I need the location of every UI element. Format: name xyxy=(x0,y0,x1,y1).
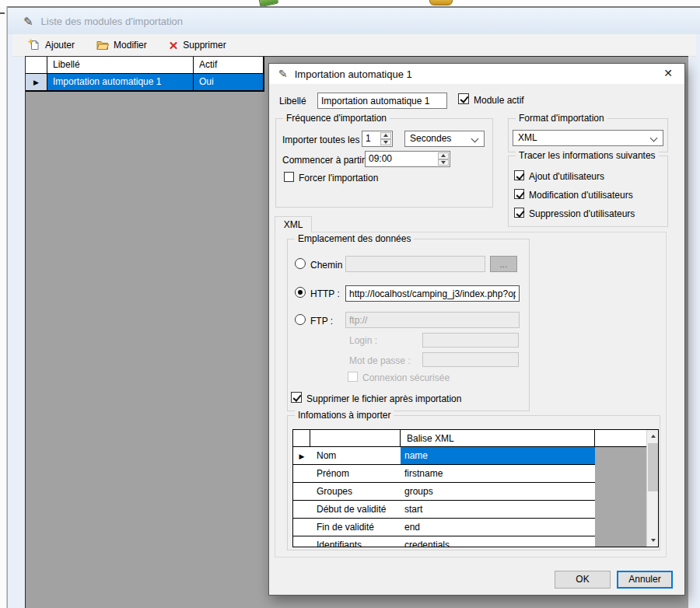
spin-down-icon[interactable] xyxy=(380,139,391,146)
mapping-grid: Balise XML ▶ Nom name Prénom firstname G… xyxy=(292,429,659,547)
libelle-input[interactable] xyxy=(317,93,447,109)
field-label-cell[interactable]: Identifiants xyxy=(310,536,401,547)
chemin-input xyxy=(345,256,485,272)
spin-up-icon[interactable] xyxy=(380,132,391,139)
cancel-button[interactable]: Annuler xyxy=(617,571,673,589)
format-group-title: Format d'importation xyxy=(516,113,607,124)
dialog-title: Importation automatique 1 xyxy=(295,68,412,80)
grid-row-identifiants[interactable]: Identifiants credentials xyxy=(293,536,648,547)
column-header-balise-xml[interactable]: Balise XML xyxy=(407,433,454,444)
column-header-libelle[interactable]: Libellé xyxy=(47,57,194,74)
dialog-titlebar[interactable]: ✎ Importation automatique 1 xyxy=(269,64,684,84)
xml-tag-cell[interactable]: start xyxy=(401,501,595,519)
start-time-picker[interactable]: 09:00 xyxy=(365,151,450,167)
row-selector-cell[interactable] xyxy=(293,483,310,501)
trace-add-label: Ajout d'utilisateurs xyxy=(529,171,604,182)
field-label-cell[interactable]: Groupes xyxy=(310,483,401,501)
module-actif-checkbox[interactable] xyxy=(458,93,469,104)
xml-tag-cell[interactable]: name xyxy=(401,447,595,465)
xml-tag-cell[interactable]: firstname xyxy=(401,465,595,483)
background-window-dash xyxy=(0,12,5,14)
grid-row-debut-validite[interactable]: Début de validité start xyxy=(293,501,648,519)
interval-spinner[interactable] xyxy=(380,132,391,145)
scroll-down-icon[interactable] xyxy=(647,534,659,547)
start-time-spinner[interactable] xyxy=(438,152,449,166)
format-select[interactable]: XML xyxy=(513,130,663,146)
ftp-url-input xyxy=(345,312,520,328)
delete-module-label: Supprimer xyxy=(183,40,226,51)
current-row-marker-icon: ▶ xyxy=(33,79,39,86)
ok-button[interactable]: OK xyxy=(555,571,611,589)
table-row[interactable]: ▶ Importation automatique 1 Oui xyxy=(26,74,264,91)
secure-connection-label: Connexion sécurisée xyxy=(362,372,450,383)
add-module-button[interactable]: Ajouter xyxy=(28,39,75,51)
field-label-cell[interactable]: Nom xyxy=(310,447,401,465)
delete-module-button[interactable]: ✕ Supprimer xyxy=(169,40,226,51)
import-every-label: Importer toutes les xyxy=(282,135,359,145)
trace-delete-checkbox[interactable] xyxy=(514,208,524,218)
modules-list-titlebar[interactable]: ✎ Liste des modules d'importation xyxy=(8,8,700,34)
close-icon[interactable]: ✕ xyxy=(663,67,673,79)
http-radio[interactable] xyxy=(295,287,306,298)
login-label: Login : xyxy=(349,335,377,346)
modules-table: Libellé Actif ▶ Importation automatique … xyxy=(26,57,264,92)
add-module-label: Ajouter xyxy=(45,40,75,51)
field-label-cell[interactable]: Fin de validité xyxy=(310,519,401,536)
row-selector-header[interactable] xyxy=(26,57,47,74)
spin-up-icon[interactable] xyxy=(438,152,449,159)
edit-module-button[interactable]: Modifier xyxy=(96,39,147,51)
modules-list-title: Liste des modules d'importation xyxy=(41,16,183,27)
trace-add-checkbox[interactable] xyxy=(514,170,524,180)
modules-table-header: Libellé Actif xyxy=(26,57,264,74)
row-selector-cell[interactable] xyxy=(293,465,310,483)
grid-row-nom[interactable]: ▶ Nom name xyxy=(293,447,648,465)
interval-stepper[interactable]: 1 xyxy=(362,131,393,147)
grid-row-prenom[interactable]: Prénom firstname xyxy=(293,465,648,483)
grid-scrollbar[interactable] xyxy=(646,430,658,547)
modules-toolbar: Ajouter Modifier ✕ Supprimer xyxy=(12,34,696,57)
chemin-radio[interactable] xyxy=(295,258,306,269)
spin-down-icon[interactable] xyxy=(438,159,449,166)
password-label: Mot de passe : xyxy=(349,355,411,366)
open-folder-icon xyxy=(96,39,109,51)
grid-row-groupes[interactable]: Groupes groups xyxy=(293,483,648,501)
unit-value: Secondes xyxy=(410,133,451,144)
partial-toolbar-icon-green xyxy=(258,0,279,6)
row-selector-cell[interactable] xyxy=(293,536,310,547)
grid-row-fin-validite[interactable]: Fin de validité end xyxy=(293,519,648,536)
scroll-up-icon[interactable] xyxy=(647,430,659,442)
row-selector-cell[interactable]: ▶ xyxy=(26,74,47,91)
edit-module-label: Modifier xyxy=(114,40,147,51)
frequency-group-title: Fréquence d'importation xyxy=(283,113,390,124)
row-selector-cell[interactable]: ▶ xyxy=(293,447,310,465)
browse-button[interactable]: ... xyxy=(490,256,517,272)
delete-x-icon: ✕ xyxy=(169,40,179,51)
format-value: XML xyxy=(518,132,537,143)
trace-delete-label: Suppression d'utilisateurs xyxy=(529,208,635,219)
unit-select[interactable]: Secondes xyxy=(404,131,485,147)
column-header-actif[interactable]: Actif xyxy=(194,57,264,74)
field-label-cell[interactable]: Début de validité xyxy=(310,501,401,519)
trace-modify-label: Modification d'utilisateurs xyxy=(529,190,633,201)
start-time-label: Commencer à partir de xyxy=(282,155,378,166)
trace-modify-checkbox[interactable] xyxy=(514,189,524,199)
scrollbar-thumb[interactable] xyxy=(648,443,658,491)
field-label-cell[interactable]: Prénom xyxy=(310,465,401,483)
cell-libelle[interactable]: Importation automatique 1 xyxy=(47,74,194,91)
http-url-input[interactable] xyxy=(345,285,520,302)
import-info-group-title: Infomations à importer xyxy=(295,410,394,421)
force-import-checkbox[interactable] xyxy=(284,172,294,182)
row-selector-cell[interactable] xyxy=(293,501,310,519)
xml-tag-cell[interactable]: groups xyxy=(401,483,595,501)
new-document-icon xyxy=(28,39,40,51)
cell-actif[interactable]: Oui xyxy=(194,74,264,91)
xml-tag-cell[interactable]: end xyxy=(401,519,595,536)
row-selector-cell[interactable] xyxy=(293,519,310,536)
partial-toolbar-icon-gold xyxy=(429,0,453,5)
http-label: HTTP : xyxy=(310,288,340,299)
tab-xml[interactable]: XML xyxy=(275,216,312,232)
chevron-down-icon xyxy=(471,135,479,143)
delete-after-import-checkbox[interactable] xyxy=(291,392,302,403)
ftp-radio[interactable] xyxy=(295,314,306,325)
xml-tag-cell[interactable]: credentials xyxy=(401,536,595,547)
